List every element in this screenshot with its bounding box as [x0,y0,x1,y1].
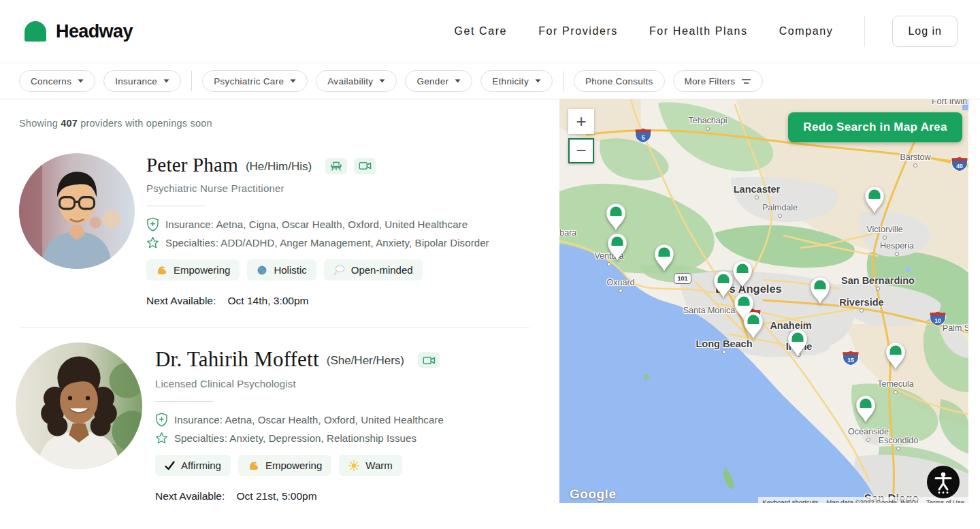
headway-dome-icon [24,21,46,42]
check-icon [165,461,175,470]
city-dot [778,214,782,218]
map-label-santa-monica: Santa Monica [683,306,735,315]
next-available-time: Oct 14th, 3:00pm [228,295,309,306]
city-dot [706,127,710,131]
next-available-row: Next Available: Oct 14th, 3:00pm [146,295,489,307]
provider-title: Psychiatric Nurse Practitioner [146,182,489,194]
svg-text:10: 10 [934,317,941,324]
chevron-down-icon [78,79,84,83]
map-label-tehachapi: Tehachapi [689,116,728,125]
map-label-palmdale: Palmdale [762,203,798,212]
nav-get-care[interactable]: Get Care [454,25,507,37]
provider-map-pin[interactable] [884,341,907,371]
zoom-out-button[interactable]: − [568,138,594,163]
interstate-shield-40: 40 [951,157,968,172]
map-label-victorville: Victorville [866,225,902,234]
chevron-down-icon [535,79,541,83]
redo-search-button[interactable]: Redo Search in Map Area [788,112,962,142]
nav-for-health-plans[interactable]: For Health Plans [649,25,748,37]
divider [155,401,214,402]
provider-card[interactable]: Peter Pham (He/Him/His) Psychiatric Nurs… [19,153,549,307]
specialties-row: Specialties: Anxiety, Depression, Relati… [155,432,444,445]
sun-icon [348,460,359,471]
filter-concerns[interactable]: Concerns [19,70,95,92]
accessibility-person-icon [932,470,955,494]
provider-map-pin[interactable] [786,328,809,358]
city-dot [913,163,917,167]
provider-card[interactable]: Dr. Tahirih Moffett (She/Her/Hers) Licen… [19,347,549,502]
filter-ethnicity[interactable]: Ethnicity [480,70,553,92]
provider-map-pin[interactable] [863,185,886,215]
next-available-label: Next Available: [146,295,216,306]
city-dot [876,287,880,291]
filter-more-filters[interactable]: More Filters [673,70,764,92]
tag-warm: Warm [339,455,402,476]
video-icon-badge [418,352,440,368]
city-dot [607,262,611,266]
filter-insurance[interactable]: Insurance [103,70,181,92]
chevron-down-icon [290,79,296,83]
results-summary: Showing 407 providers with openings soon [19,118,549,129]
map-data-credit: Map data ©2022 Google, INEGI [822,497,922,503]
divider [146,206,205,206]
filter-group-divider [191,71,192,91]
next-available-row: Next Available: Oct 21st, 5:00pm [155,490,444,502]
session-badges [418,351,440,368]
provider-map-pin[interactable] [742,310,765,340]
map-label-barstow: Barstow [900,153,930,162]
map-attribution: Keyboard shortcuts Map data ©2022 Google… [758,497,968,503]
map-label-oxnard: Oxnard [607,278,635,287]
provider-title: Licensed Clinical Psychologist [155,378,444,389]
insurance-row: Insurance: Aetna, Cigna, Oscar Health, O… [146,217,489,231]
filter-gender[interactable]: Gender [405,70,472,92]
nav-links: Get Care For Providers For Health Plans … [454,16,958,47]
provider-map-pin[interactable] [808,276,832,306]
nav-company[interactable]: Company [779,25,834,37]
star-icon [155,432,168,445]
provider-map-pin[interactable] [854,394,877,424]
city-dot [619,289,623,293]
city-dot [722,350,726,354]
chevron-down-icon [455,79,461,83]
map-label-oceanside: Oceanside [848,427,889,436]
map-panel[interactable]: Fort IrwinTehachapiBarstowLancasterPalmd… [559,99,968,503]
login-button[interactable]: Log in [892,16,958,47]
map-label-palm-springs: Palm Springs [943,323,968,333]
thought-bubble-icon [333,265,345,275]
map-label-hesperia: Hesperia [880,241,914,251]
provider-name[interactable]: Dr. Tahirih Moffett [155,347,319,372]
provider-map-pin[interactable] [731,259,754,289]
provider-map-pin[interactable] [604,202,627,232]
specialties-row: Specialties: ADD/ADHD, Anger Management,… [146,236,489,249]
filter-psychiatric-care[interactable]: Psychiatric Care [202,70,308,92]
tag-open-minded: Open-minded [324,259,423,280]
armchair-icon-badge [325,158,347,174]
keyboard-shortcuts-link[interactable]: Keyboard shortcuts [758,497,822,503]
provider-map-pin[interactable] [606,232,629,262]
svg-text:40: 40 [956,163,963,170]
city-dot [894,390,898,394]
tag-holistic: Holistic [247,259,316,280]
provider-map-pin[interactable] [653,243,676,273]
map-label-santa-barbara: Santa Barbara [559,228,576,238]
svg-text:15: 15 [847,357,854,364]
accessibility-widget-button[interactable] [927,466,960,498]
video-icon [423,356,436,365]
zoom-in-button[interactable]: + [568,109,594,134]
provider-photo[interactable] [19,153,135,269]
provider-pronouns: (She/Her/Hers) [327,351,404,368]
nav-for-providers[interactable]: For Providers [538,25,618,37]
nav-divider [864,16,865,46]
headway-logo[interactable]: Headway [24,21,133,42]
filter-availability[interactable]: Availability [316,70,397,92]
provider-name[interactable]: Peter Pham [146,154,238,176]
session-badges [325,157,376,174]
personality-tags: AffirmingEmpoweringWarm [155,455,444,476]
provider-photo[interactable] [16,342,142,469]
svg-text:5: 5 [642,134,645,141]
interstate-shield-10: 10 [930,311,946,326]
filter-phone-consults[interactable]: Phone Consults [574,70,665,92]
city-dot [755,195,759,199]
tag-empowering: Empowering [146,259,240,280]
google-logo[interactable]: Google [570,487,616,502]
